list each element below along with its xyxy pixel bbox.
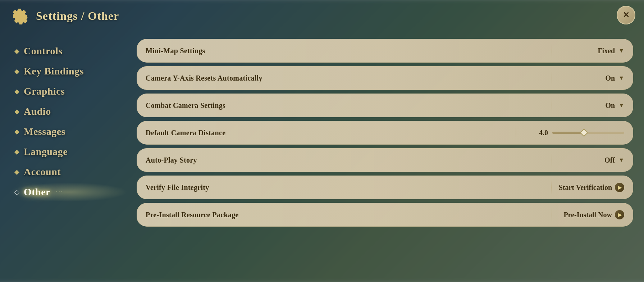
setting-camera-y-axis: Camera Y-Axis Resets Automatically On ▼ [137, 66, 633, 90]
dropdown-arrow-icon[interactable]: ▼ [618, 47, 624, 54]
sidebar-label: Key Bindings [24, 65, 84, 77]
slider-fill [552, 132, 581, 134]
setting-label: Pre-Install Resource Package [146, 211, 544, 219]
sidebar-item-messages[interactable]: ◆ Messages [11, 123, 126, 140]
sidebar-item-graphics[interactable]: ◆ Graphics [11, 83, 126, 100]
sidebar-label: Controls [24, 45, 63, 57]
slider-container: 4.0 [524, 129, 624, 137]
divider [552, 208, 552, 222]
setting-label: Auto-Play Story [146, 156, 544, 164]
settings-content: Mini-Map Settings Fixed ▼ Camera Y-Axis … [137, 35, 633, 271]
setting-pre-install: Pre-Install Resource Package Pre-Install… [137, 203, 633, 227]
dropdown-arrow-icon[interactable]: ▼ [618, 102, 624, 109]
setting-value: On ▼ [559, 101, 624, 110]
setting-label: Default Camera Distance [146, 129, 508, 137]
action-arrow-icon: ▶ [615, 210, 624, 219]
sidebar-item-audio[interactable]: ◆ Audio [11, 103, 126, 120]
setting-value: Off ▼ [559, 156, 624, 164]
slider-thumb[interactable] [580, 129, 588, 137]
sidebar-label: Account [24, 166, 61, 178]
divider [552, 153, 552, 167]
bullet-icon: ◆ [14, 148, 19, 156]
setting-mini-map: Mini-Map Settings Fixed ▼ [137, 39, 633, 63]
setting-label: Camera Y-Axis Resets Automatically [146, 74, 544, 82]
sidebar-label: Messages [24, 126, 65, 137]
value-text: On [605, 101, 615, 110]
sidebar-item-language[interactable]: ◆ Language [11, 143, 126, 160]
bullet-icon: ◆ [14, 128, 19, 136]
divider [552, 71, 552, 85]
bullet-icon: ◆ [14, 108, 19, 115]
setting-label: Combat Camera Settings [146, 101, 544, 110]
setting-label: Verify File Integrity [146, 183, 544, 192]
setting-camera-distance: Default Camera Distance 4.0 [137, 121, 633, 145]
bullet-icon: ◇ [14, 188, 19, 196]
value-text: Fixed [598, 47, 615, 55]
header-title: Settings / Other [36, 9, 119, 23]
dropdown-arrow-icon[interactable]: ▼ [618, 75, 624, 81]
setting-verify: Verify File Integrity Start Verification… [137, 176, 633, 199]
sidebar-label: Audio [24, 106, 51, 117]
divider [552, 44, 552, 58]
setting-combat-camera: Combat Camera Settings On ▼ [137, 94, 633, 117]
action-text: Pre-Install Now [563, 211, 612, 219]
action-text: Start Verification [559, 183, 612, 192]
setting-value: Fixed ▼ [559, 47, 624, 55]
setting-value: Start Verification ▶ [559, 183, 624, 192]
value-text: Off [604, 156, 615, 164]
setting-auto-play: Auto-Play Story Off ▼ [137, 148, 633, 172]
divider [552, 98, 552, 113]
slider-track[interactable] [552, 132, 624, 134]
pre-install-button[interactable]: Pre-Install Now ▶ [563, 210, 624, 219]
sidebar: ◆ Controls ◆ Key Bindings ◆ Graphics ◆ A… [11, 35, 126, 271]
bullet-icon: ◆ [14, 47, 19, 55]
setting-label: Mini-Map Settings [146, 47, 544, 55]
close-button[interactable]: ✕ [617, 6, 635, 24]
sidebar-label: Other [24, 186, 50, 198]
bullet-icon: ◆ [14, 168, 19, 176]
slider-value: 4.0 [535, 129, 548, 137]
sidebar-item-controls[interactable]: ◆ Controls [11, 42, 126, 60]
divider [551, 180, 552, 195]
sidebar-item-account[interactable]: ◆ Account [11, 163, 126, 181]
divider [516, 126, 516, 140]
sidebar-label: Graphics [24, 86, 65, 97]
bullet-icon: ◆ [14, 87, 19, 95]
dropdown-arrow-icon[interactable]: ▼ [618, 157, 624, 163]
sidebar-item-key-bindings[interactable]: ◆ Key Bindings [11, 63, 126, 80]
setting-value: Pre-Install Now ▶ [559, 210, 624, 219]
sidebar-label: Language [24, 146, 68, 158]
bullet-icon: ◆ [14, 67, 19, 75]
setting-value: On ▼ [559, 74, 624, 82]
value-text: On [605, 74, 615, 82]
sidebar-item-other[interactable]: ◇ Other · · · [11, 183, 126, 201]
action-arrow-icon: ▶ [615, 183, 624, 192]
start-verification-button[interactable]: Start Verification ▶ [559, 183, 624, 192]
gear-icon [11, 6, 29, 25]
